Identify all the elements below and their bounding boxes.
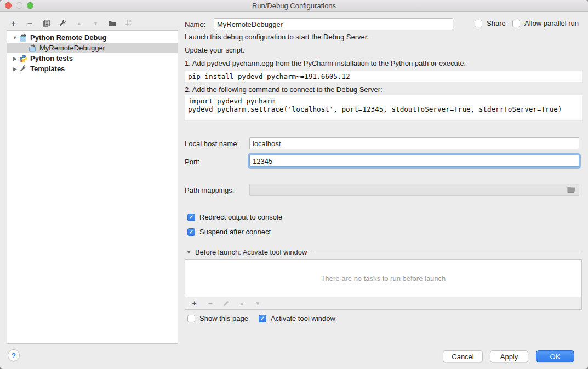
remote-debug-config-icon [28,44,37,53]
remove-task-icon: − [205,299,215,308]
edit-templates-icon[interactable] [58,19,67,28]
allow-parallel-run-label: Allow parallel run [524,19,579,27]
before-launch-section-header: ▼ Before launch: Activate tool window [186,248,582,256]
tree-item-label: Templates [30,65,65,73]
tree-item-label: Python Remote Debug [30,33,106,42]
local-host-label: Local host name: [185,140,239,148]
minimize-button [16,2,22,9]
tree-item-templates[interactable]: ▶ Templates [7,64,178,74]
move-task-down-icon: ▼ [253,299,262,308]
name-input[interactable] [214,18,453,30]
allow-parallel-run-checkbox[interactable] [512,20,520,27]
cancel-button[interactable]: Cancel [443,350,483,362]
wrench-icon [19,65,28,73]
show-this-page-row: Show this page [187,314,248,322]
remote-debug-config-icon [19,33,28,42]
suspend-after-connect-row: ✓ Suspend after connect [187,228,271,236]
browse-folder-icon[interactable] [567,186,576,195]
tree-item-myremotedebugger[interactable]: MyRemoteDebugger [7,43,178,53]
share-checkbox[interactable] [475,20,482,27]
remove-icon[interactable]: − [25,19,35,28]
suspend-after-connect-checkbox[interactable]: ✓ [187,228,195,236]
tree-item-python-tests[interactable]: ▶ Python tests [7,53,178,64]
zoom-button[interactable] [27,2,33,9]
allow-parallel-checkbox-row: Allow parallel run [512,19,579,27]
collapse-icon[interactable]: ▼ [186,250,191,255]
add-task-icon[interactable]: + [190,299,199,308]
titlebar: Run/Debug Configurations [0,0,588,12]
edit-task-icon [221,299,231,308]
section-divider [313,252,582,252]
redirect-output-checkbox[interactable]: ✓ [187,214,195,221]
help-icon: ? [12,351,16,360]
share-checkbox-row: Share [475,19,506,27]
tree-item-python-remote-debug[interactable]: ▼ Python Remote Debug [7,32,178,43]
move-up-icon: ▲ [75,19,84,28]
tree-item-label: Python tests [30,54,73,62]
settrace-code-block: import pydevd_pycharm pydevd_pycharm.set… [185,95,582,120]
svg-text:a: a [129,19,132,23]
move-down-icon: ▼ [91,19,100,28]
expand-open-icon[interactable]: ▼ [12,35,18,41]
configurations-tree: ▼ Python Remote Debug MyRemoteDebugger ▶… [7,30,178,344]
expand-closed-icon[interactable]: ▶ [12,56,18,61]
suspend-after-connect-label: Suspend after connect [199,228,271,236]
sort-alphabetically-icon: az [124,19,133,28]
port-label: Port: [185,158,199,166]
path-mappings-input[interactable] [249,184,579,196]
port-input[interactable] [249,155,579,167]
traffic-lights [5,2,33,9]
window-title: Run/Debug Configurations [252,2,336,10]
close-button[interactable] [5,2,12,9]
add-icon[interactable]: + [9,19,18,28]
new-folder-icon[interactable] [107,19,117,28]
move-task-up-icon: ▲ [237,299,247,308]
before-launch-title: Before launch: Activate tool window [195,248,307,256]
configuration-editor: Name: Share Allow parallel run Launch th… [185,12,582,357]
show-this-page-checkbox[interactable] [187,315,195,322]
local-host-input[interactable] [249,137,579,149]
no-tasks-message: There are no tasks to run before launch [321,274,446,282]
help-button[interactable]: ? [8,349,20,361]
apply-button[interactable]: Apply [490,350,528,362]
copy-icon[interactable] [42,19,51,28]
python-tests-icon [19,54,28,63]
expand-closed-icon[interactable]: ▶ [12,66,18,72]
settrace-code-line1: import pydevd_pycharm [188,97,579,105]
tree-item-label: MyRemoteDebugger [39,44,105,52]
name-label: Name: [185,20,205,28]
settrace-code-line2: pydevd_pycharm.settrace('localhost', por… [188,105,579,113]
svg-text:z: z [129,23,132,27]
run-debug-configurations-dialog: Run/Debug Configurations + − ▲ ▼ az ▼ Py… [0,0,588,369]
show-this-page-label: Show this page [199,314,248,322]
share-label: Share [487,19,506,27]
redirect-output-row: ✓ Redirect output to console [187,213,282,221]
activate-tool-window-row: ✓ Activate tool window [259,314,335,322]
activate-tool-window-checkbox[interactable]: ✓ [259,315,266,322]
intro-text-line2: Update your script: [185,46,244,54]
intro-text-line1: Launch this debug configuration to start… [185,33,369,41]
task-list-toolbar: + − ▲ ▼ [185,297,582,310]
pip-install-code: pip install pydevd-pycharm~=191.6605.12 [185,71,582,82]
before-launch-task-list[interactable]: There are no tasks to run before launch [185,259,582,297]
step1-text: 1. Add pydevd-pycharm.egg from the PyCha… [185,59,466,67]
redirect-output-label: Redirect output to console [199,213,282,221]
step2-text: 2. Add the following command to connect … [185,85,383,94]
activate-tool-window-label: Activate tool window [271,314,335,322]
ok-button[interactable]: OK [536,350,574,362]
configurations-toolbar: + − ▲ ▼ az [9,18,133,28]
path-mappings-label: Path mappings: [185,186,234,194]
